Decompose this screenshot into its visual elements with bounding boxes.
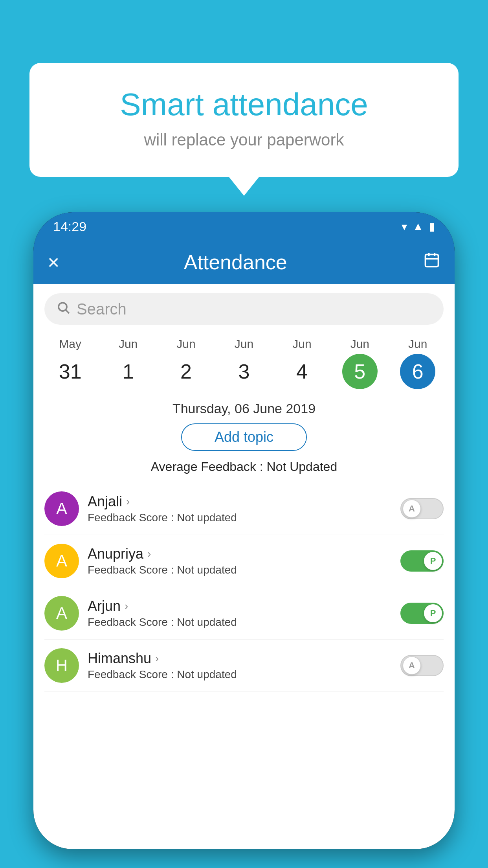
phone-screen: Search May 31 Jun 1 Jun 2 Jun 3 xyxy=(33,284,455,849)
student-item-anupriya[interactable]: A Anupriya › Feedback Score : Not update… xyxy=(44,535,444,587)
add-topic-button[interactable]: Add topic xyxy=(181,423,307,451)
date-col-2[interactable]: Jun 2 xyxy=(157,331,215,395)
student-item-himanshu[interactable]: H Himanshu › Feedback Score : Not update… xyxy=(44,640,444,692)
chevron-right-icon: › xyxy=(147,548,151,560)
date-day-2: 2 xyxy=(169,354,204,389)
feedback-score-anupriya: Feedback Score : Not updated xyxy=(88,564,400,576)
date-col-4[interactable]: Jun 4 xyxy=(273,331,331,395)
calendar-icon[interactable] xyxy=(423,252,440,273)
date-month-2: Jun xyxy=(176,337,195,351)
date-day-5: 5 xyxy=(342,354,378,389)
date-col-0[interactable]: May 31 xyxy=(41,331,99,395)
date-month-6: Jun xyxy=(408,337,427,351)
date-day-6: 6 xyxy=(400,354,435,389)
search-bar[interactable]: Search xyxy=(44,293,444,325)
chevron-right-icon: › xyxy=(125,600,128,612)
chevron-right-icon: › xyxy=(126,495,130,508)
date-day-1: 1 xyxy=(110,354,146,389)
date-col-6[interactable]: Jun 6 xyxy=(389,331,447,395)
feedback-score-himanshu: Feedback Score : Not updated xyxy=(88,668,400,681)
date-day-0: 31 xyxy=(53,354,88,389)
date-day-3: 3 xyxy=(226,354,262,389)
speech-bubble-container: Smart attendance will replace your paper… xyxy=(29,63,459,177)
speech-bubble: Smart attendance will replace your paper… xyxy=(29,63,459,177)
toggle-himanshu[interactable]: A xyxy=(400,655,444,676)
status-icons: ▾ ▲ ▮ xyxy=(402,220,435,233)
toggle-knob-anupriya: P xyxy=(424,552,442,570)
search-icon xyxy=(56,300,70,318)
svg-line-5 xyxy=(66,310,69,313)
date-col-3[interactable]: Jun 3 xyxy=(215,331,273,395)
app-bar-title: Attendance xyxy=(48,250,423,274)
toggle-anupriya[interactable]: P xyxy=(400,550,444,572)
svg-rect-0 xyxy=(426,254,438,267)
selected-date: Thursday, 06 June 2019 xyxy=(33,401,455,416)
student-item-arjun[interactable]: A Arjun › Feedback Score : Not updated P xyxy=(44,587,444,640)
date-col-1[interactable]: Jun 1 xyxy=(99,331,157,395)
feedback-score-arjun: Feedback Score : Not updated xyxy=(88,616,400,629)
student-info-anupriya: Anupriya › Feedback Score : Not updated xyxy=(88,546,400,576)
student-name-arjun: Arjun › xyxy=(88,598,400,614)
date-day-4: 4 xyxy=(284,354,319,389)
avatar-anjali: A xyxy=(44,491,79,526)
signal-icon: ▲ xyxy=(413,220,424,233)
toggle-arjun[interactable]: P xyxy=(400,603,444,624)
avg-feedback-label: Average Feedback : xyxy=(151,460,267,474)
date-month-4: Jun xyxy=(292,337,311,351)
student-item-anjali[interactable]: A Anjali › Feedback Score : Not updated … xyxy=(44,483,444,535)
battery-icon: ▮ xyxy=(429,220,435,233)
status-bar: 14:29 ▾ ▲ ▮ xyxy=(33,212,455,241)
date-strip: May 31 Jun 1 Jun 2 Jun 3 Jun 4 xyxy=(33,331,455,395)
date-col-5[interactable]: Jun 5 xyxy=(331,331,389,395)
date-month-5: Jun xyxy=(350,337,369,351)
feedback-score-anjali: Feedback Score : Not updated xyxy=(88,511,400,524)
avatar-anupriya: A xyxy=(44,544,79,578)
student-info-himanshu: Himanshu › Feedback Score : Not updated xyxy=(88,650,400,681)
avatar-himanshu: H xyxy=(44,648,79,683)
search-placeholder: Search xyxy=(77,300,127,318)
status-time: 14:29 xyxy=(53,219,86,234)
app-bar: × Attendance xyxy=(33,241,455,284)
toggle-knob-anjali: A xyxy=(403,500,421,518)
student-name-anupriya: Anupriya › xyxy=(88,546,400,562)
student-name-anjali: Anjali › xyxy=(88,493,400,510)
wifi-icon: ▾ xyxy=(402,220,407,233)
phone-frame: 14:29 ▾ ▲ ▮ × Attendance xyxy=(33,212,455,849)
student-info-arjun: Arjun › Feedback Score : Not updated xyxy=(88,598,400,629)
avatar-arjun: A xyxy=(44,596,79,631)
phone-wrapper: 14:29 ▾ ▲ ▮ × Attendance xyxy=(33,212,455,868)
svg-point-4 xyxy=(59,303,67,311)
student-list: A Anjali › Feedback Score : Not updated … xyxy=(33,483,455,692)
avg-feedback: Average Feedback : Not Updated xyxy=(33,460,455,474)
chevron-right-icon: › xyxy=(155,652,159,665)
student-name-himanshu: Himanshu › xyxy=(88,650,400,667)
toggle-knob-himanshu: A xyxy=(403,657,421,675)
toggle-knob-arjun: P xyxy=(424,604,442,622)
bubble-subtitle: will replace your paperwork xyxy=(61,131,427,149)
bubble-title: Smart attendance xyxy=(61,86,427,123)
date-month-1: Jun xyxy=(119,337,138,351)
toggle-anjali[interactable]: A xyxy=(400,498,444,519)
avg-feedback-value: Not Updated xyxy=(267,460,338,474)
date-month-0: May xyxy=(59,337,81,351)
date-month-3: Jun xyxy=(235,337,253,351)
student-info-anjali: Anjali › Feedback Score : Not updated xyxy=(88,493,400,524)
